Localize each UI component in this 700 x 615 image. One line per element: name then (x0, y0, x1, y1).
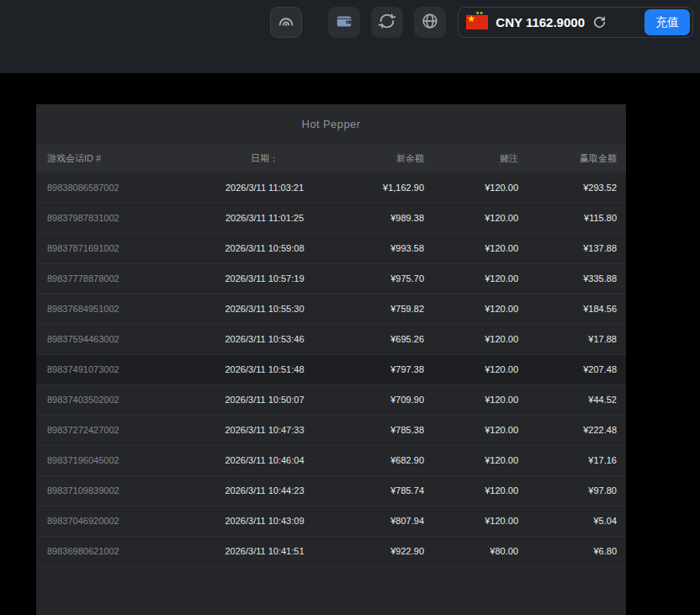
table-header-row: 游戏会话ID #日期：新余额赌注赢取金额 (36, 144, 626, 172)
table-row: 898371098390022026/3/11 10:44:23¥785.74¥… (36, 475, 626, 506)
column-header: 游戏会话ID # (36, 144, 183, 172)
session-id-cell: 89837987831002 (36, 203, 183, 233)
bet-cell: ¥120.00 (434, 172, 528, 203)
win-cell: ¥222.48 (528, 415, 626, 445)
globe-button[interactable] (414, 7, 446, 38)
broadcast-button[interactable] (270, 7, 302, 38)
date-cell: 2026/3/11 10:51:48 (183, 354, 346, 384)
date-cell: 2026/3/11 10:41:51 (183, 536, 346, 566)
win-cell: ¥17.88 (528, 324, 626, 354)
session-id-cell: 89837109839002 (36, 475, 183, 506)
table-row: 898369806210022026/3/11 10:41:51¥922.90¥… (36, 536, 626, 566)
table-row: 898376849510022026/3/11 10:55:30¥759.82¥… (36, 294, 626, 324)
wallet-icon (335, 12, 353, 33)
win-cell: ¥17.16 (528, 445, 626, 475)
table-row: 898380865870022026/3/11 11:03:21¥1,162.9… (36, 172, 626, 203)
win-cell: ¥5.04 (528, 506, 626, 536)
column-header: 赌注 (434, 144, 528, 172)
column-header: 日期： (183, 144, 346, 172)
game-history-table: 游戏会话ID #日期：新余额赌注赢取金额 898380865870022026/… (36, 144, 626, 567)
table-row: 898375944630022026/3/11 10:53:46¥695.26¥… (36, 324, 626, 354)
bet-cell: ¥120.00 (434, 445, 528, 475)
session-id-cell: 89837594463002 (36, 324, 183, 354)
date-cell: 2026/3/11 11:01:25 (183, 203, 346, 233)
balance-cell: ¥709.90 (346, 384, 434, 415)
china-flag-icon: ★ ★★ (466, 15, 488, 29)
recharge-button[interactable]: 充值 (644, 9, 690, 35)
table-row: 898374035020022026/3/11 10:50:07¥709.90¥… (36, 384, 626, 415)
session-id-cell: 89837196045002 (36, 445, 183, 475)
sync-button[interactable] (371, 7, 403, 38)
wallet-button[interactable] (328, 7, 360, 38)
column-header: 赢取金额 (528, 144, 626, 172)
table-row: 898378716910022026/3/11 10:59:08¥993.58¥… (36, 233, 626, 263)
balance-cell: ¥975.70 (346, 263, 434, 294)
bet-cell: ¥120.00 (434, 233, 528, 263)
bet-cell: ¥120.00 (434, 203, 528, 233)
topbar-icon-group (328, 7, 446, 38)
table-row: 898374910730022026/3/11 10:51:48¥797.38¥… (36, 354, 626, 384)
table-row: 898370469200022026/3/11 10:43:09¥807.94¥… (36, 506, 626, 536)
table-row: 898371960450022026/3/11 10:46:04¥682.90¥… (36, 445, 626, 475)
balance-cell: ¥797.38 (346, 354, 434, 384)
page-content: Hot Pepper 游戏会话ID #日期：新余额赌注赢取金额 89838086… (0, 73, 700, 615)
win-cell: ¥115.80 (528, 203, 626, 233)
win-cell: ¥44.52 (528, 384, 626, 415)
date-cell: 2026/3/11 10:47:33 (183, 415, 346, 445)
session-id-cell: 89837684951002 (36, 294, 183, 324)
balance-cell: ¥989.38 (346, 203, 434, 233)
bet-cell: ¥120.00 (434, 415, 528, 445)
win-cell: ¥137.88 (528, 233, 626, 263)
session-id-cell: 89837871691002 (36, 233, 183, 263)
date-cell: 2026/3/11 10:53:46 (183, 324, 346, 354)
game-history-panel: Hot Pepper 游戏会话ID #日期：新余额赌注赢取金额 89838086… (36, 104, 626, 615)
sync-icon (378, 12, 396, 33)
win-cell: ¥184.56 (528, 294, 626, 324)
bet-cell: ¥120.00 (434, 475, 528, 506)
topbar: ★ ★★ CNY 1162.9000 充值 (0, 0, 700, 73)
session-id-cell: 89837272427002 (36, 415, 183, 445)
bet-cell: ¥120.00 (434, 263, 528, 294)
topbar-actions: ★ ★★ CNY 1162.9000 充值 (270, 7, 693, 38)
win-cell: ¥335.88 (528, 263, 626, 294)
date-cell: 2026/3/11 10:59:08 (183, 233, 346, 263)
date-cell: 2026/3/11 10:44:23 (183, 475, 346, 506)
session-id-cell: 89836980621002 (36, 536, 183, 566)
balance-cell: ¥785.74 (346, 475, 434, 506)
currency-display: ★ ★★ CNY 1162.9000 充值 (458, 7, 693, 38)
bet-cell: ¥120.00 (434, 384, 528, 415)
bet-cell: ¥120.00 (434, 294, 528, 324)
bet-cell: ¥80.00 (434, 536, 528, 566)
session-id-cell: 89837046920002 (36, 506, 183, 536)
bet-cell: ¥120.00 (434, 324, 528, 354)
session-id-cell: 89837491073002 (36, 354, 183, 384)
balance-text: CNY 1162.9000 (496, 15, 585, 29)
session-id-cell: 89837403502002 (36, 384, 183, 415)
win-cell: ¥207.48 (528, 354, 626, 384)
session-id-cell: 89837778878002 (36, 263, 183, 294)
balance-cell: ¥695.26 (346, 324, 434, 354)
balance-cell: ¥1,162.90 (346, 172, 434, 203)
balance-cell: ¥807.94 (346, 506, 434, 536)
table-row: 898372724270022026/3/11 10:47:33¥785.38¥… (36, 415, 626, 445)
table-row: 898377788780022026/3/11 10:57:19¥975.70¥… (36, 263, 626, 294)
date-cell: 2026/3/11 11:03:21 (183, 172, 346, 203)
column-header: 新余额 (346, 144, 434, 172)
panel-title: Hot Pepper (36, 104, 626, 144)
date-cell: 2026/3/11 10:57:19 (183, 263, 346, 294)
date-cell: 2026/3/11 10:46:04 (183, 445, 346, 475)
bet-cell: ¥120.00 (434, 506, 528, 536)
win-cell: ¥293.52 (528, 172, 626, 203)
session-id-cell: 89838086587002 (36, 172, 183, 203)
refresh-balance-icon[interactable] (592, 15, 607, 29)
date-cell: 2026/3/11 10:55:30 (183, 294, 346, 324)
broadcast-icon (277, 12, 295, 33)
win-cell: ¥97.80 (528, 475, 626, 506)
bet-cell: ¥120.00 (434, 354, 528, 384)
date-cell: 2026/3/11 10:50:07 (183, 384, 346, 415)
table-row: 898379878310022026/3/11 11:01:25¥989.38¥… (36, 203, 626, 233)
balance-cell: ¥993.58 (346, 233, 434, 263)
globe-icon (421, 12, 439, 33)
balance-cell: ¥922.90 (346, 536, 434, 566)
balance-cell: ¥759.82 (346, 294, 434, 324)
